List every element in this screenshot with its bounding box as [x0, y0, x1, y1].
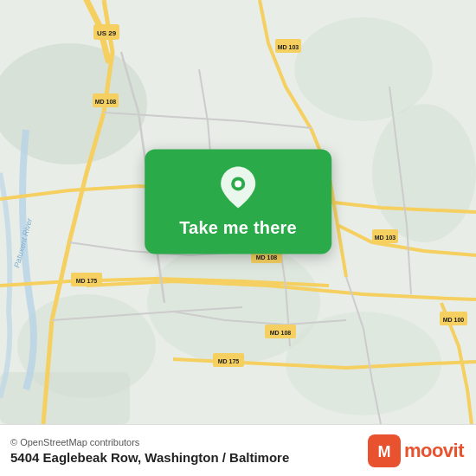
svg-text:MD 108: MD 108 [95, 99, 117, 105]
svg-text:MD 100: MD 100 [443, 317, 465, 323]
take-me-there-button[interactable]: Take me there [145, 149, 331, 254]
svg-point-3 [372, 104, 476, 242]
svg-point-30 [235, 180, 241, 187]
bottom-bar: © OpenStreetMap contributors 5404 Eagleb… [0, 424, 476, 476]
location-pin-icon [215, 164, 261, 209]
svg-rect-7 [0, 372, 130, 424]
svg-text:MD 175: MD 175 [76, 278, 98, 284]
bottom-left-info: © OpenStreetMap contributors 5404 Eagleb… [10, 437, 289, 465]
svg-text:MD 103: MD 103 [278, 44, 299, 50]
svg-text:MD 175: MD 175 [218, 358, 240, 364]
location-label: 5404 Eaglebeak Row, Washington / Baltimo… [10, 450, 289, 465]
svg-text:MD 103: MD 103 [375, 235, 396, 241]
cta-label: Take me there [179, 218, 297, 238]
svg-text:US 29: US 29 [97, 29, 117, 37]
osm-credit: © OpenStreetMap contributors [10, 437, 289, 447]
svg-text:M: M [377, 443, 390, 460]
svg-point-2 [294, 17, 433, 121]
map-container: US 29 MD 108 MD 103 MD 10 MD 103 MD 108 … [0, 0, 476, 424]
moovit-text: moovit [404, 440, 464, 462]
svg-text:MD 108: MD 108 [256, 254, 278, 261]
svg-text:MD 108: MD 108 [270, 330, 292, 336]
moovit-logo: M moovit [368, 434, 464, 467]
moovit-icon: M [368, 434, 401, 467]
